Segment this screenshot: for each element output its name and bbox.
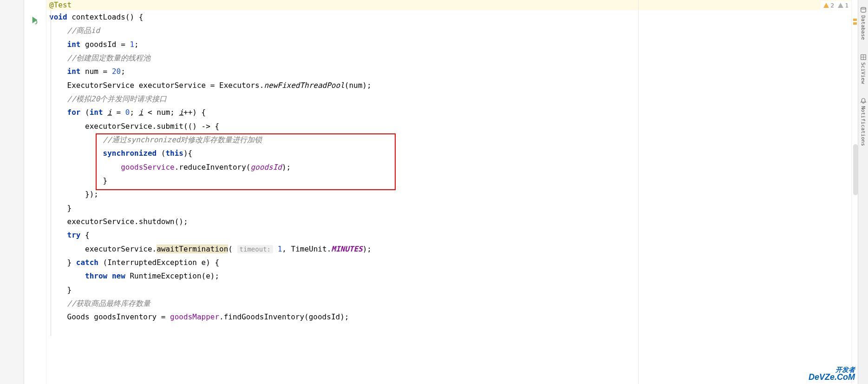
svg-point-0 bbox=[861, 7, 866, 9]
code-line[interactable]: goodsService.reduceInventory(goodsId); bbox=[46, 160, 868, 174]
parameter-hint: timeout: bbox=[237, 245, 273, 253]
scrollbar-thumb[interactable] bbox=[853, 144, 858, 195]
right-tool-stripe: Database SciView Notifications bbox=[858, 0, 868, 384]
code-line[interactable]: throw new RuntimeException(e); bbox=[46, 269, 868, 283]
database-icon bbox=[860, 7, 867, 13]
right-margin-guide bbox=[638, 0, 639, 384]
code-line[interactable]: ExecutorService executorService = Execut… bbox=[46, 79, 868, 92]
run-test-icon[interactable] bbox=[31, 16, 39, 24]
code-line[interactable]: } bbox=[46, 174, 868, 187]
warning-icon bbox=[823, 3, 829, 8]
code-line[interactable]: //创建固定数量的线程池 bbox=[46, 51, 868, 65]
notifications-tool-button[interactable]: Notifications bbox=[860, 98, 867, 146]
code-line[interactable]: }); bbox=[46, 187, 868, 201]
warning-marker[interactable] bbox=[853, 19, 857, 21]
code-line[interactable]: int goodsId = 1; bbox=[46, 38, 868, 51]
code-line[interactable]: //模拟20个并发同时请求接口 bbox=[46, 92, 868, 106]
code-line[interactable]: try { bbox=[46, 228, 868, 242]
annotation: @Test bbox=[49, 0, 72, 9]
code-line[interactable]: @Test bbox=[46, 0, 868, 10]
code-line[interactable]: } bbox=[46, 201, 868, 215]
code-line[interactable]: //获取商品最终库存数量 bbox=[46, 297, 868, 310]
database-tool-button[interactable]: Database bbox=[860, 7, 867, 40]
code-editor[interactable]: @Test void contextLoads() { //商品id int g… bbox=[46, 0, 868, 384]
warnings-indicator[interactable]: 2 bbox=[823, 2, 834, 9]
icon-gutter bbox=[24, 0, 46, 384]
warning-marker[interactable] bbox=[853, 22, 857, 25]
code-line[interactable]: } bbox=[46, 283, 868, 297]
weak-warning-icon bbox=[838, 3, 843, 8]
code-line[interactable]: //通过synchronized对修改库存数量进行加锁 bbox=[46, 133, 868, 146]
code-line[interactable]: } catch (InterruptedException e) { bbox=[46, 256, 868, 269]
code-line[interactable]: synchronized (this){ bbox=[46, 146, 868, 160]
indent-guide bbox=[51, 10, 51, 336]
sciview-icon bbox=[860, 54, 867, 60]
line-number-gutter bbox=[0, 0, 24, 384]
watermark: 开发者 DeVZe.CoM bbox=[809, 366, 855, 381]
bell-icon bbox=[860, 98, 867, 104]
code-line[interactable]: executorService.awaitTermination( timeou… bbox=[46, 242, 868, 256]
weak-warnings-indicator[interactable]: 1 bbox=[838, 2, 848, 9]
code-line[interactable]: executorService.submit(() -> { bbox=[46, 119, 868, 133]
code-line[interactable]: int num = 20; bbox=[46, 65, 868, 78]
sciview-tool-button[interactable]: SciView bbox=[860, 54, 867, 84]
code-line[interactable]: //商品id bbox=[46, 24, 868, 37]
code-line[interactable]: void contextLoads() { bbox=[46, 10, 868, 24]
code-line[interactable]: Goods goodsInventory = goodsMapper.findG… bbox=[46, 310, 868, 324]
code-line[interactable]: executorService.shutdown(); bbox=[46, 215, 868, 228]
code-line[interactable]: for (int i = 0; i < num; i++) { bbox=[46, 106, 868, 119]
